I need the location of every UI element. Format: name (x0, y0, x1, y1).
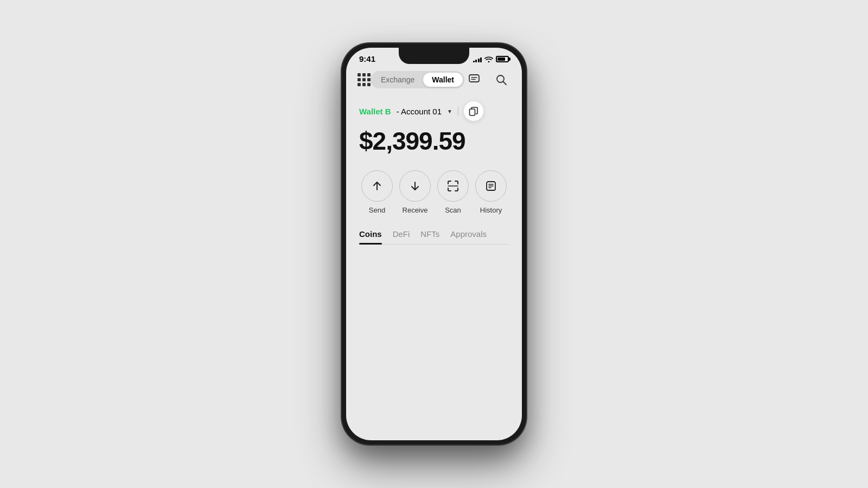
messages-button[interactable] (464, 70, 484, 89)
tab-wallet[interactable]: Wallet (423, 73, 463, 87)
balance-display: $2,399.59 (359, 127, 509, 155)
search-button[interactable] (492, 70, 511, 89)
tab-switcher: Exchange Wallet (371, 71, 464, 88)
history-label: History (480, 206, 502, 214)
grid-icon (358, 73, 371, 86)
receive-label: Receive (403, 206, 428, 214)
notch (399, 48, 469, 64)
nav-actions (464, 70, 511, 89)
send-label: Send (369, 206, 385, 214)
send-button[interactable]: Send (361, 170, 393, 214)
scan-label: Scan (445, 206, 461, 214)
svg-line-4 (503, 82, 507, 85)
tab-nfts[interactable]: NFTs (420, 229, 439, 244)
send-icon (371, 180, 383, 192)
tab-coins[interactable]: Coins (359, 229, 382, 244)
messages-icon (468, 74, 480, 86)
signal-icon (473, 56, 482, 62)
svg-rect-0 (469, 75, 479, 82)
wallet-name: Wallet B (359, 107, 391, 116)
account-header: Wallet B - Account 01 ▼ (359, 101, 509, 121)
status-icons (473, 56, 509, 62)
search-icon (495, 74, 507, 86)
status-time: 9:41 (359, 54, 375, 63)
tab-exchange[interactable]: Exchange (372, 73, 423, 87)
content-tabs: Coins DeFi NFTs Approvals (359, 229, 509, 245)
main-content: Wallet B - Account 01 ▼ $2,399.59 (346, 96, 522, 440)
battery-icon (496, 56, 509, 62)
account-name: - Account 01 (397, 107, 442, 116)
scan-button[interactable]: Scan (437, 170, 469, 214)
phone-frame: 9:41 (342, 43, 526, 445)
grid-menu-button[interactable] (357, 70, 371, 89)
action-buttons: Send Receive (359, 170, 509, 214)
top-nav: Exchange Wallet (346, 66, 522, 96)
receive-icon (409, 180, 421, 192)
send-icon-circle (361, 170, 393, 202)
dropdown-icon[interactable]: ▼ (447, 108, 452, 114)
receive-button[interactable]: Receive (399, 170, 431, 214)
scan-icon-circle (437, 170, 469, 202)
phone-screen: 9:41 (346, 48, 522, 440)
history-icon (485, 180, 497, 192)
tab-defi[interactable]: DeFi (393, 229, 410, 244)
copy-address-button[interactable] (464, 101, 483, 121)
history-icon-circle (475, 170, 507, 202)
history-button[interactable]: History (475, 170, 507, 214)
tab-approvals[interactable]: Approvals (450, 229, 487, 244)
wifi-icon (484, 56, 493, 62)
copy-icon (469, 106, 478, 116)
receive-icon-circle (399, 170, 431, 202)
svg-rect-5 (469, 109, 475, 115)
separator (458, 107, 458, 115)
scan-icon (446, 179, 459, 192)
